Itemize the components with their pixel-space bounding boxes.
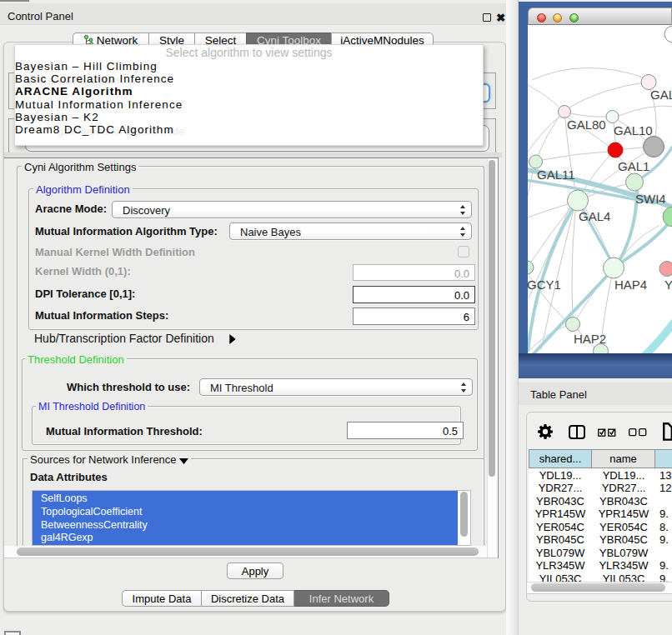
svg-text:SWI4: SWI4 <box>635 192 666 206</box>
svg-text:GAL1: GAL1 <box>618 159 649 173</box>
svg-text:GAL10: GAL10 <box>614 123 653 138</box>
svg-text:GAL11: GAL11 <box>537 168 575 182</box>
svg-text:GCY1: GCY1 <box>528 278 561 292</box>
svg-text:GAL4: GAL4 <box>579 209 610 223</box>
svg-text:HAP2: HAP2 <box>574 332 606 346</box>
svg-text:GAL80: GAL80 <box>567 118 606 132</box>
svg-text:HAP4: HAP4 <box>614 278 647 292</box>
svg-text:Y: Y <box>664 278 672 292</box>
svg-text:GAL7: GAL7 <box>650 88 672 102</box>
